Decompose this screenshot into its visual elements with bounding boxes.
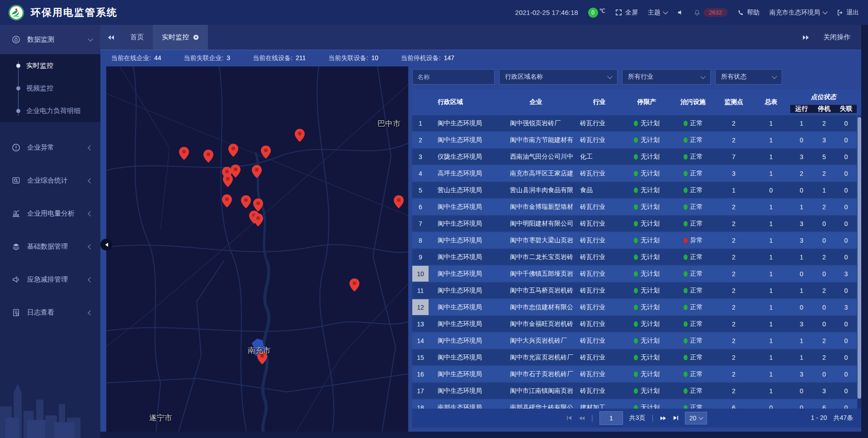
column-header-facility: 治污设施	[670, 98, 716, 106]
cell-production-status: 无计划	[623, 136, 670, 144]
map-pin[interactable]	[394, 195, 404, 210]
table-row[interactable]: 9阆中生态环境局阆中市二龙长宝页岩砖砖瓦行业无计划正常21120	[412, 249, 857, 265]
table-row[interactable]: 11阆中生态环境局阆中市五马桥页岩机砖砖瓦行业无计划正常21120	[412, 283, 857, 298]
map-collapse-button[interactable]	[100, 239, 112, 250]
app-header: 环保用电监管系统 2021-02-25 17:46:18 0 ℃ 全屏 主题 2…	[0, 0, 868, 25]
page-size-select[interactable]: 20	[685, 412, 708, 424]
table-row[interactable]: 17阆中生态环境局阆中市江南镇阆南页岩砖瓦行业无计划正常21030	[412, 383, 857, 399]
theme-dropdown[interactable]: 主题	[648, 9, 667, 17]
table-row[interactable]: 3仪陇生态环境局西南油气田分公司川中化工无计划正常71350	[412, 149, 857, 165]
cell-facility-status: 正常	[670, 337, 716, 345]
tab-realtime[interactable]: 实时监控	[153, 25, 208, 50]
map-panel[interactable]: 巴中市南充市遂宁市	[106, 66, 408, 432]
cell-lost-count: 0	[835, 287, 857, 294]
pagination-divider: |	[591, 414, 593, 422]
tabs-scroll-left-button[interactable]	[100, 25, 121, 50]
table-row[interactable]: 8阆中生态环境局阆中市枣碧大梁山页岩砖瓦行业无计划异常21300	[412, 232, 857, 248]
cell-lost-count: 0	[835, 387, 857, 395]
name-search-input[interactable]	[412, 69, 495, 85]
tab-home[interactable]: 首页	[121, 25, 153, 50]
cell-monitor-count: 2	[716, 137, 752, 144]
notification-bell[interactable]: 2632	[694, 8, 727, 17]
map-pin[interactable]	[253, 213, 263, 228]
status-dot-green	[634, 338, 638, 344]
sidebar-item-power-load-detail[interactable]: 企业电力负荷明细	[0, 99, 100, 122]
pin-icon	[253, 213, 263, 226]
sidebar-item-video-monitor[interactable]: 视频监控	[0, 77, 100, 99]
sidebar-item-enterprise-abnormal[interactable]: 企业异常	[0, 131, 100, 164]
table-row[interactable]: 4高坪生态环境局南充市高坪区王家店建砖瓦行业无计划正常31220	[412, 165, 857, 181]
help-button[interactable]: 帮助	[737, 9, 760, 17]
table-row[interactable]: 1阆中生态环境局阆中强锐页岩砖厂砖瓦行业无计划正常21120	[412, 115, 857, 131]
next-page-button[interactable]	[660, 416, 666, 421]
tab-label: 实时监控	[162, 33, 189, 42]
cell-stop-count: 3	[813, 387, 835, 395]
prev-page-button[interactable]	[579, 416, 585, 421]
sidebar-item-data-monitoring[interactable]: 数据监测	[0, 25, 100, 54]
map-city-label: 巴中市	[377, 118, 401, 129]
row-index: 4	[412, 165, 429, 181]
map-pin[interactable]	[203, 150, 213, 165]
table-row[interactable]: 15阆中生态环境局阆中市光富页岩机砖厂砖瓦行业无计划正常21120	[412, 349, 857, 365]
cell-production-status: 无计划	[623, 236, 670, 245]
close-tab-button[interactable]	[193, 34, 199, 40]
map-pin[interactable]	[228, 144, 238, 159]
map-pin[interactable]	[252, 165, 262, 180]
table-row[interactable]: 18南部生态环境局南部县砚华土砖有限公建材加工无计划正常60060	[412, 400, 857, 409]
industry-filter-dropdown[interactable]: 所有行业	[622, 69, 711, 85]
last-page-button[interactable]	[673, 415, 679, 420]
pin-icon	[223, 174, 233, 187]
map-pin[interactable]	[261, 146, 271, 160]
org-dropdown[interactable]: 南充市生态环境局	[769, 9, 827, 17]
status-dot-green	[634, 121, 638, 126]
table-body: 1阆中生态环境局阆中强锐页岩砖厂砖瓦行业无计划正常211202阆中生态环境局阆中…	[412, 115, 861, 409]
sidebar-item-label: 企业异常	[27, 143, 54, 152]
close-operations-button[interactable]: 关闭操作	[823, 33, 850, 42]
cell-region: 阆中生态环境局	[429, 337, 496, 345]
cell-run-count: 3	[790, 153, 813, 160]
cell-region: 阆中生态环境局	[429, 220, 496, 228]
pin-icon	[253, 198, 263, 212]
first-page-button[interactable]	[566, 415, 572, 420]
table-row[interactable]: 14阆中生态环境局阆中大兴页岩机砖厂砖瓦行业无计划正常21120	[412, 333, 857, 349]
mute-button[interactable]	[677, 9, 684, 16]
sidebar-item-power-analysis[interactable]: 企业用电量分析	[0, 197, 100, 230]
fullscreen-icon	[615, 9, 622, 16]
table-row[interactable]: 16阆中生态环境局阆中市石子页岩机砖厂砖瓦行业无计划正常21300	[412, 366, 857, 382]
table-row[interactable]: 2阆中生态环境局阆中市南方节能建材有砖瓦行业无计划正常21030	[412, 132, 857, 148]
scrollbar-thumb[interactable]	[858, 117, 861, 399]
sidebar-item-realtime-monitor[interactable]: 实时监控	[0, 54, 100, 77]
sidebar-item-emergency-reduction[interactable]: 应急减排管理	[0, 263, 100, 296]
logout-button[interactable]: 退出	[837, 9, 859, 17]
table-row[interactable]: 10阆中生态环境局阆中千佛镇五郎垭页岩砖瓦行业无计划正常21003	[412, 266, 857, 282]
map-city-label: 遂宁市	[149, 413, 172, 423]
map-pin[interactable]	[241, 195, 251, 210]
fullscreen-button[interactable]: 全屏	[615, 9, 638, 17]
map-pin[interactable]	[295, 129, 305, 144]
table-row[interactable]: 12阆中生态环境局阆中市忠信建材有限公砖瓦行业无计划正常21003	[412, 299, 857, 315]
table-row[interactable]: 7阆中生态环境局阆中明阳建材有限公司砖瓦行业无计划正常21300	[412, 216, 857, 231]
page-number-input[interactable]	[599, 411, 623, 425]
map-pin[interactable]	[349, 278, 359, 293]
status-filter-dropdown[interactable]: 所有状态	[715, 69, 782, 85]
tabs-scroll-right-button[interactable]	[802, 35, 810, 40]
cell-company: 阆中千佛镇五郎垭页岩	[496, 270, 576, 278]
table-row[interactable]: 5营山生态环境局营山县润丰肉食品有限食品无计划正常10010	[412, 182, 857, 198]
sidebar-item-basic-data[interactable]: 基础数据管理	[0, 230, 100, 263]
column-header-production: 停限产	[623, 98, 670, 106]
cell-industry: 砖瓦行业	[576, 387, 623, 395]
cell-total-meter: 1	[752, 270, 790, 278]
map-pin[interactable]	[179, 147, 189, 162]
map-pin[interactable]	[223, 174, 233, 189]
sidebar-item-log-view[interactable]: 日志查看	[0, 296, 100, 329]
region-filter-dropdown[interactable]: 行政区域名称	[499, 69, 618, 85]
sidebar-item-label: 应急减排管理	[27, 275, 68, 284]
cell-facility-status: 正常	[670, 119, 716, 127]
cell-company: 阆中市光富页岩机砖厂	[496, 353, 576, 362]
cell-lost-count: 0	[835, 337, 857, 344]
map-pin[interactable]	[222, 194, 232, 209]
table-row[interactable]: 13阆中生态环境局阆中市金福旺页岩机砖砖瓦行业无计划正常21300	[412, 316, 857, 332]
table-scrollbar[interactable]	[858, 115, 861, 409]
table-row[interactable]: 6阆中生态环境局阆中市金博瑞新型墙材砖瓦行业无计划正常21120	[412, 199, 857, 215]
sidebar-item-enterprise-statistics[interactable]: 企业综合统计	[0, 164, 100, 197]
